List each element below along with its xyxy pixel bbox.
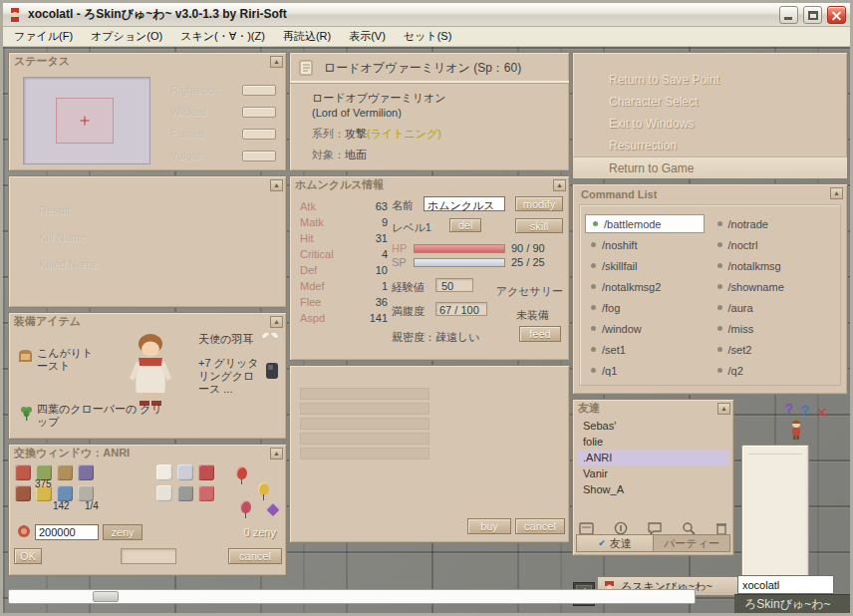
trade-item-icon[interactable] (198, 464, 214, 480)
collapse-icon[interactable]: ▲ (270, 179, 283, 191)
tab-friends[interactable]: ✔友達 (576, 534, 654, 552)
friend-row-selected[interactable]: .ANRI (577, 450, 729, 465)
command-item[interactable]: /set2 (711, 339, 837, 360)
collapse-icon[interactable]: ▲ (553, 179, 566, 191)
command-item[interactable]: /window (584, 318, 711, 339)
command-list-title: Command List (581, 188, 657, 200)
trade-window-panel: 交換ウィンドウ：ANRI ▲ 375 142 1/4 zeny 0 (8, 444, 287, 576)
alignment-labels: Righteous Wicked Famed Vulgar (170, 79, 276, 166)
menu-resurrection[interactable]: Resurrection (573, 135, 847, 156)
trade-item-icon[interactable] (15, 464, 31, 480)
command-item[interactable]: /q1 (584, 360, 711, 381)
stat-label: Hit (300, 232, 313, 248)
chat-name-input[interactable] (737, 575, 834, 594)
trade-amount-input[interactable] (35, 524, 99, 540)
scrollbar-handle[interactable] (93, 591, 119, 602)
trade-item-icon[interactable] (57, 485, 73, 501)
deal-cancel-button[interactable]: cancel (515, 518, 565, 534)
angel-wing-icon[interactable] (260, 329, 280, 345)
trade-item-icon[interactable] (78, 464, 94, 480)
card-icon[interactable] (579, 522, 594, 535)
yellow-balloon-icon[interactable] (258, 482, 269, 495)
command-item[interactable]: /notalkmsg2 (584, 276, 711, 297)
trade-item-icon[interactable] (15, 485, 31, 501)
menu-file[interactable]: ファイル(F) (5, 27, 82, 46)
command-item[interactable]: /q2 (711, 360, 837, 381)
trade-item-icon[interactable] (57, 464, 73, 480)
menu-option[interactable]: オプション(O) (82, 27, 171, 46)
menu-view[interactable]: 表示(V) (340, 27, 395, 46)
friend-row[interactable]: Vanir (577, 465, 729, 481)
minimize-button[interactable] (779, 6, 798, 24)
trade-item-icon[interactable] (78, 485, 94, 501)
command-item[interactable]: /notalkmsg (711, 255, 837, 276)
feed-button[interactable]: feed (519, 326, 561, 342)
command-item[interactable]: /aura (711, 297, 837, 318)
menu-return-save[interactable]: Return to Save Point (573, 69, 847, 91)
trade-item-grid-left[interactable] (15, 464, 96, 503)
toast-item-icon[interactable] (17, 349, 34, 366)
trade-item-icon[interactable] (198, 485, 214, 501)
command-item[interactable]: /skillfail (584, 255, 711, 276)
equip-item-left-label[interactable]: こんがりトースト (37, 347, 103, 373)
command-item[interactable]: /noshift (584, 234, 711, 255)
trade-item-icon[interactable] (156, 464, 172, 480)
close-button[interactable] (827, 6, 846, 24)
command-item[interactable]: /fog (584, 297, 711, 318)
trade-item-icon[interactable] (177, 464, 193, 480)
tab-party[interactable]: パーティー (654, 534, 730, 552)
red-balloon-icon[interactable] (240, 500, 251, 513)
friend-row[interactable]: Sebas' (577, 418, 729, 434)
stat-value: 10 (376, 264, 388, 280)
skill-button[interactable]: skill (515, 218, 563, 233)
chat-icon[interactable] (648, 522, 662, 535)
buy-button[interactable]: buy (467, 518, 511, 534)
search-icon[interactable] (682, 521, 696, 535)
command-item[interactable]: /notrade (711, 213, 837, 234)
menu-character-select[interactable]: Character Select (573, 91, 847, 113)
command-item[interactable]: /battlemode (585, 214, 705, 233)
trade-item-icon[interactable] (156, 485, 172, 501)
maximize-button[interactable] (803, 6, 822, 24)
item-count: 375 (35, 478, 52, 489)
menu-exit-windows[interactable]: Exit to Windows (573, 113, 847, 135)
command-item[interactable]: /miss (711, 318, 837, 339)
skill-details: ロードオブヴァーミリオン(Lord of Vermilion) 系列：攻撃(ライ… (290, 81, 569, 162)
count-badge-icon[interactable] (614, 521, 628, 535)
menu-return-game[interactable]: Return to Game (573, 156, 847, 178)
trade-ok-button[interactable]: OK (14, 548, 42, 564)
delete-button[interactable]: del (449, 218, 481, 232)
collapse-icon[interactable]: ▲ (830, 187, 843, 199)
status-panel-title: ステータス (14, 54, 70, 69)
modify-button[interactable]: modify (515, 196, 563, 211)
trash-icon[interactable] (715, 521, 727, 535)
red-balloon-icon[interactable] (236, 466, 247, 479)
clover-clip-icon[interactable] (19, 405, 34, 423)
command-item[interactable]: /noctrl (711, 234, 837, 255)
gem-icon[interactable] (266, 502, 280, 516)
collapse-icon[interactable]: ▲ (270, 448, 283, 460)
friend-row[interactable]: folie (577, 434, 729, 450)
equip-item-bottom-label[interactable]: 四葉のクローバーの クリップ (37, 403, 166, 429)
menu-reload[interactable]: 再読込(R) (274, 27, 340, 46)
horizontal-scrollbar[interactable] (8, 589, 696, 604)
collapse-icon[interactable]: ▲ (270, 316, 283, 328)
command-item[interactable]: /set1 (584, 339, 711, 360)
menu-set[interactable]: セット(S) (395, 27, 460, 46)
command-column-right: /notrade /noctrl /notalkmsg /showname /a… (711, 213, 837, 377)
trade-item-icon[interactable] (177, 485, 193, 501)
collapse-icon[interactable]: ▲ (270, 56, 283, 68)
collapse-icon[interactable]: ▲ (717, 403, 730, 415)
equip-item-armor-label[interactable]: +7 グリッタリングクロース ... (198, 357, 264, 396)
app-icon (7, 7, 23, 23)
alignment-label: Vulgar (170, 150, 201, 161)
friend-row[interactable]: Show_A (577, 481, 729, 497)
trade-cancel-button[interactable]: cancel (228, 548, 282, 564)
menu-skin[interactable]: スキン(・∀・)(Z) (171, 27, 274, 46)
trade-item-grid-right[interactable] (156, 464, 216, 503)
homunculus-name-field[interactable]: ホムンクルス (424, 196, 505, 211)
command-item[interactable]: /showname (711, 276, 837, 297)
alignment-inner-box (56, 98, 114, 144)
equip-item-head-label[interactable]: 天使の羽耳 (198, 333, 262, 346)
guard-item-icon[interactable] (264, 361, 280, 383)
